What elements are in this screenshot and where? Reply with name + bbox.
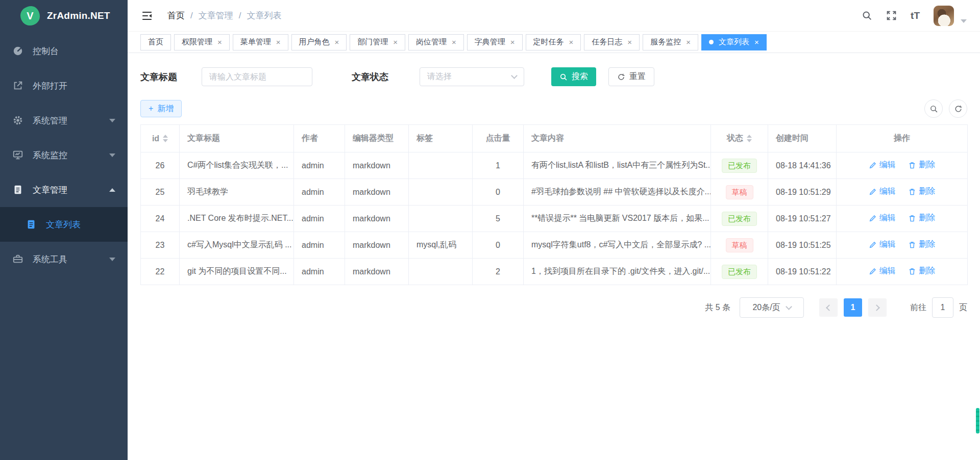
tab-menu-admin[interactable]: 菜单管理 × [233,34,288,50]
font-size-icon[interactable]: tT [911,10,920,21]
sidebar-item-article-list[interactable]: 文章列表 [0,207,128,242]
breadcrumb-level2: 文章列表 [247,10,281,21]
tab-permission[interactable]: 权限管理 × [174,34,230,50]
cell-created: 08-19 10:51:25 [768,232,837,259]
cell-hits: 1 [473,152,524,179]
table-row: 23 c#写入Mysql中文显示乱码 ... admin markdown my… [141,232,968,259]
avatar[interactable] [934,6,954,26]
tab-close-icon[interactable]: × [569,38,574,46]
cell-content: 有两个list,listA 和listB，listA中有三个属性列为St... [524,152,711,179]
tab-dict[interactable]: 字典管理 × [467,34,523,50]
scrollbar-thumb[interactable] [976,408,979,433]
tab-close-icon[interactable]: × [686,38,691,46]
edit-button[interactable]: 编辑 [869,186,896,197]
cell-tags [409,259,473,285]
delete-button[interactable]: 删除 [908,186,935,197]
sidebar-item-dashboard[interactable]: 控制台 [0,34,128,68]
tab-service-monitor[interactable]: 服务监控 × [643,34,698,50]
column-header-created: 创建时间 [768,125,837,152]
reset-button[interactable]: 重置 [608,67,654,86]
tab-label: 部门管理 [357,37,388,47]
cell-created: 08-19 10:51:22 [768,259,837,285]
column-header-status[interactable]: 状态 [711,125,768,152]
tab-close-icon[interactable]: × [276,38,281,46]
fullscreen-icon[interactable] [886,10,897,21]
tab-home[interactable]: 首页 [140,34,171,50]
chevron-down-icon [109,119,115,122]
column-header-id[interactable]: id [141,125,180,152]
sidebar-item-system-tools[interactable]: 系统工具 [0,242,128,276]
tab-close-icon[interactable]: × [393,38,398,46]
next-page-button[interactable] [868,298,887,317]
show-search-button[interactable] [924,99,943,118]
sort-icon[interactable] [747,135,752,142]
delete-button[interactable]: 删除 [908,266,935,276]
edit-button[interactable]: 编辑 [869,213,896,223]
logo[interactable]: V ZrAdmin.NET [0,0,128,32]
article-status-select[interactable]: 请选择 [420,67,524,86]
sidebar-item-system-monitor[interactable]: 系统监控 [0,138,128,172]
delete-button[interactable]: 删除 [908,239,935,250]
cell-tags: mysql,乱码 [409,232,473,259]
cell-author: admin [294,152,345,179]
cell-tags [409,206,473,232]
search-button[interactable]: 搜索 [551,67,596,86]
current-page-button[interactable]: 1 [844,298,862,317]
sort-icon[interactable] [163,135,168,142]
chevron-up-icon [109,188,115,192]
tab-scheduled-task[interactable]: 定时任务 × [526,34,581,50]
chevron-down-icon[interactable] [961,19,967,23]
sidebar-item-label: 系统监控 [33,149,100,161]
content: 文章标题 文章状态 请选择 搜索 重置 + [128,53,980,460]
cell-editor: markdown [345,179,409,206]
tab-post[interactable]: 岗位管理 × [408,34,464,50]
tab-close-icon[interactable]: × [754,38,759,46]
search-icon[interactable] [862,10,872,21]
edit-button[interactable]: 编辑 [869,239,896,250]
edit-button[interactable]: 编辑 [869,266,896,276]
sidebar-item-label: 文章管理 [33,184,100,196]
page-size-select[interactable]: 20条/页 [740,297,804,318]
tab-close-icon[interactable]: × [335,38,339,46]
tab-department[interactable]: 部门管理 × [350,34,405,50]
delete-button[interactable]: 删除 [908,213,935,223]
cell-created: 08-19 10:51:27 [768,206,837,232]
topbar-right: tT [862,6,967,26]
tab-close-icon[interactable]: × [452,38,456,46]
tab-close-icon[interactable]: × [510,38,515,46]
main-area: 首页 / 文章管理 / 文章列表 tT 首页 [128,0,980,460]
breadcrumb-level1[interactable]: 文章管理 [199,10,233,21]
cell-author: admin [294,232,345,259]
edit-button[interactable]: 编辑 [869,160,896,170]
breadcrumb-home[interactable]: 首页 [167,10,185,21]
tab-close-icon[interactable]: × [217,38,222,46]
refresh-button[interactable] [949,99,967,118]
goto-label: 前往 [910,302,926,313]
column-header-title: 文章标题 [180,125,294,152]
sidebar-item-system-admin[interactable]: 系统管理 [0,103,128,138]
table-row: 26 C#两个list集合实现关联，... admin markdown 1 有… [141,152,968,179]
add-button[interactable]: + 新增 [140,100,182,117]
status-badge: 草稿 [726,238,753,252]
filter-form: 文章标题 文章状态 请选择 搜索 重置 [140,67,967,86]
status-badge: 草稿 [726,185,753,199]
sidebar-item-article-admin[interactable]: 文章管理 [0,172,128,207]
goto-page-input[interactable] [932,297,953,318]
tab-article-list[interactable]: 文章列表 × [701,34,767,50]
tab-close-icon[interactable]: × [627,38,632,46]
plus-icon: + [149,104,153,113]
chevron-down-icon [109,258,115,261]
breadcrumb: 首页 / 文章管理 / 文章列表 [167,10,281,21]
sidebar-fold-icon[interactable] [141,10,153,22]
delete-button[interactable]: 删除 [908,160,935,170]
tab-user-role[interactable]: 用户角色 × [291,34,347,50]
tab-label: 字典管理 [475,37,505,47]
sidebar-item-label: 系统管理 [33,115,100,126]
breadcrumb-separator: / [190,11,193,21]
sidebar-item-external[interactable]: 外部打开 [0,68,128,103]
article-status-label: 文章状态 [352,71,388,83]
article-title-input[interactable] [202,67,312,86]
cell-content: 1，找到项目所在目录下的 .git/文件夹，进入.git/... [524,259,711,285]
prev-page-button[interactable] [819,298,838,317]
tab-task-log[interactable]: 任务日志 × [584,34,640,50]
